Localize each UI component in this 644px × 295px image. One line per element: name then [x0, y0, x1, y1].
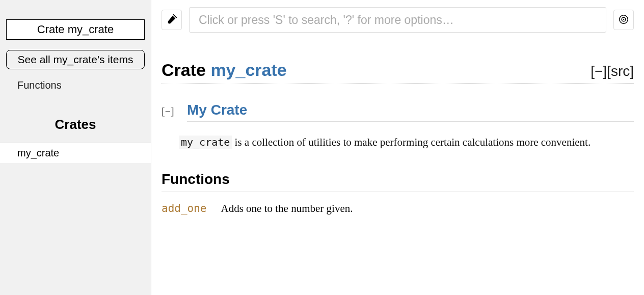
source-link[interactable]: [src]	[607, 63, 634, 79]
main-content: Crate my_crate [−][src] [−] My Crate my_…	[151, 0, 644, 295]
brush-icon	[166, 14, 177, 26]
svg-point-2	[623, 18, 625, 20]
doc-description: my_crate is a collection of utilities to…	[179, 134, 634, 151]
doc-heading: My Crate	[187, 102, 634, 122]
crates-heading: Crates	[0, 117, 151, 135]
theme-button[interactable]	[162, 10, 182, 30]
crate-name-link[interactable]: my_crate	[210, 60, 286, 79]
function-name-link[interactable]: add_one	[162, 202, 207, 214]
inline-code: my_crate	[179, 136, 232, 149]
page-title-row: Crate my_crate [−][src]	[162, 60, 634, 84]
sidebar-item-functions[interactable]: Functions	[0, 75, 151, 95]
function-row: add_one Adds one to the number given.	[162, 202, 634, 215]
see-all-items-button[interactable]: See all my_crate's items	[6, 50, 145, 69]
sidebar: Crate my_crate See all my_crate's items …	[0, 0, 151, 295]
function-description: Adds one to the number given.	[221, 202, 353, 215]
doc-section: [−] My Crate my_crate is a collection of…	[162, 102, 634, 151]
title-controls: [−][src]	[591, 63, 634, 79]
search-input[interactable]	[189, 7, 606, 33]
page-title: Crate my_crate	[162, 60, 287, 80]
title-prefix: Crate	[162, 60, 210, 79]
functions-heading: Functions	[162, 171, 634, 192]
crate-badge: Crate my_crate	[6, 19, 145, 40]
content-area: Crate my_crate [−][src] [−] My Crate my_…	[162, 60, 634, 225]
settings-button[interactable]	[613, 10, 634, 30]
collapse-toggle[interactable]: [−]	[162, 105, 177, 117]
topbar	[162, 7, 634, 33]
gear-icon	[618, 14, 629, 26]
doc-text: is a collection of utilities to make per…	[232, 136, 591, 148]
crate-list-item[interactable]: my_crate	[0, 143, 151, 163]
collapse-all-button[interactable]: [−]	[591, 63, 607, 79]
